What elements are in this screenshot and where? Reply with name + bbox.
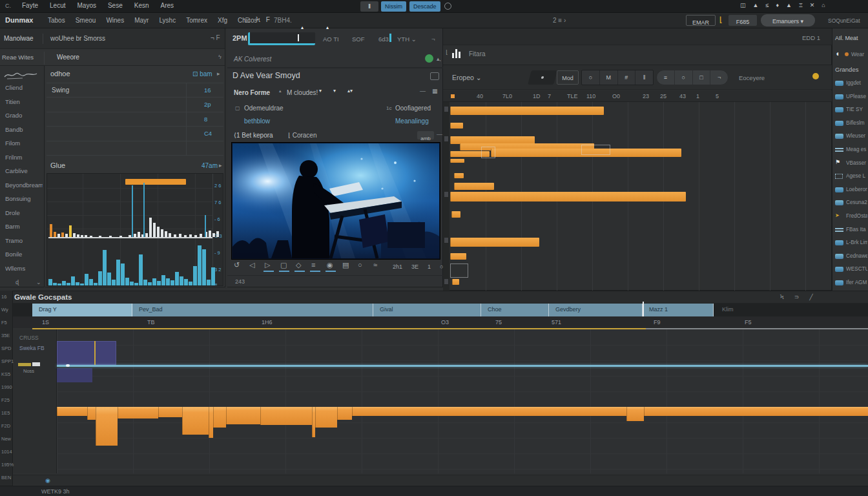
menu-item[interactable]: Sese [108,2,123,9]
toolbar-item[interactable]: Wines [106,17,124,24]
toolbar-item[interactable]: Smeou [76,17,96,24]
timeline-header-segment[interactable]: Gival [373,304,481,316]
toolbar-item[interactable]: Tomrex [186,17,207,24]
effects-item[interactable]: WESCTUI [832,264,868,276]
audio-waveform-segment[interactable] [57,407,87,416]
timeline-title-icon-button[interactable]: Ϟ [780,294,784,300]
clip-name[interactable]: Nero Forme [234,89,270,96]
segment-button[interactable]: ‖ [635,70,653,85]
audio-waveform-segment[interactable] [87,407,96,420]
audio-waveform-segment[interactable] [182,407,209,435]
media-section1-link[interactable]: ⊡ bam [192,70,212,78]
toolbar-tool-icon[interactable]: Ξ [799,2,803,8]
timeline-header-segment[interactable]: Mazz 1 [643,304,714,316]
seg-label-4[interactable]: YTH ⌄ [397,36,417,43]
segment-button[interactable]: ≡ [657,70,674,85]
transport-icon[interactable]: ≈ [373,261,377,269]
viewer-tab-a[interactable]: ⟨1 Bet kepora [234,132,273,139]
segment-button[interactable]: ○ [582,70,599,85]
mode-button[interactable]: Mod [557,70,579,85]
transport-icon[interactable]: ▷ [265,261,270,269]
toolbar-item[interactable]: Xfg [218,17,227,24]
menu-item[interactable]: Fayte [22,2,38,9]
media-section2-caret-icon[interactable]: ▸ [219,162,222,169]
sidebar-item[interactable]: Carblive [5,167,43,174]
automation-point[interactable] [66,364,70,367]
toolbar-mid-icons[interactable]: 2 ≡ › [553,17,566,24]
toolbar-tool-icon[interactable]: ≤ [765,2,769,8]
segment-button[interactable]: # [617,70,636,85]
audio-waveform-segment[interactable] [213,407,226,428]
prop-left-1[interactable]: Odemeuldrae [244,105,284,112]
tab-monolwae[interactable]: Manolwae [4,35,34,42]
group-dropdown[interactable]: Eropeo ⌄ [452,74,482,81]
toolbar-tool-icon[interactable]: ✕ [810,2,815,8]
effects-item[interactable]: Agese L [832,170,868,183]
effects-item[interactable]: Iggdet [832,78,868,90]
audio-waveform-segment[interactable] [226,407,260,424]
effects-item[interactable]: Loeberon [832,184,868,197]
audio-waveform-segment[interactable] [96,407,118,446]
audio-waveform-segment[interactable] [158,407,182,417]
gantt-bar[interactable] [450,159,464,163]
sidebar-footer-left-icon[interactable]: ɖ [16,279,19,285]
sidebar-item[interactable]: Grado [5,112,43,119]
media-section2-link[interactable]: 47am [202,162,218,169]
sidebar-item[interactable]: Beyondbream [5,181,43,189]
segment-button[interactable]: □ [692,70,710,85]
subbar-blue-icon[interactable]: ◉ [45,477,50,484]
transport-right-label[interactable]: 3E [411,264,418,270]
transport-icon[interactable]: ◇ [296,261,301,269]
effects-item[interactable]: UPlease [832,91,868,104]
effects-item[interactable]: Ifer AGM [832,277,868,290]
seg-label-1[interactable]: AO TI [323,36,339,43]
toolbar-small-icon[interactable]: Ϟ [256,16,260,23]
timeline-content[interactable]: CRUSS Sweka FB Noss [13,329,868,473]
effects-item[interactable]: L-Brk Lim [832,237,868,250]
timeline-clip-video[interactable] [57,341,116,365]
subtab-weeore[interactable]: Weeore [57,54,79,61]
timeline-title-icon-button[interactable]: ╱ [809,294,812,300]
search-box[interactable]: EMAR [686,15,716,26]
panel-menu-icon[interactable] [430,72,439,80]
record-icon[interactable] [444,3,451,10]
gantt-bar[interactable] [450,253,466,260]
prop-right-2[interactable]: Meanalingg [395,118,429,125]
transport-icon[interactable]: ▢ [280,261,287,269]
subtab-right-icon[interactable]: ϟ [218,54,222,60]
transport-icon[interactable]: ○ [358,261,362,269]
toolbar-item[interactable]: Lyshc [159,17,176,24]
transport-icon[interactable]: ↺ [234,261,240,269]
gantt-bar[interactable] [454,183,494,190]
trim-progress-bar[interactable] [248,32,315,45]
prop-left-2[interactable]: bethblow [244,118,270,125]
transport-icon[interactable]: ≡ [311,261,315,269]
timeline-header-segment[interactable]: Choe [481,304,549,316]
f685-button[interactable]: F685 [728,15,757,26]
prop-right-1[interactable]: Ooofiagered [395,105,431,112]
sidebar-item[interactable]: Titien [5,98,43,105]
timeline-clip-video-b[interactable] [57,368,92,382]
segment-button[interactable]: ¬ [710,70,728,85]
sidebar-footer-right-icon[interactable]: ⌄ [36,279,41,285]
workspace-tab-2[interactable]: Descade [409,1,440,12]
table-row-label[interactable]: Swing [52,87,69,94]
gantt-bar[interactable] [450,238,539,247]
toolbar-tool-icon[interactable]: ⌂ [822,2,825,8]
menu-item[interactable]: Ares [161,2,174,9]
sidebar-item[interactable]: Drole [5,209,43,216]
effects-item[interactable]: Wleuser [832,130,868,143]
sidebar-item[interactable]: Frilnm [5,154,43,161]
toolbar-tool-icon[interactable]: ▲ [786,2,792,8]
audio-waveform-segment[interactable] [209,407,213,438]
effects-item[interactable]: Cesuna2 [832,197,868,210]
gantt-bar[interactable] [451,211,460,218]
clip-row-icon[interactable]: ▾ [333,88,336,94]
toolbar-tool-icon[interactable]: ▲ [753,2,759,8]
transport-icon[interactable]: ◉ [327,261,333,269]
tabbar-right-icon[interactable]: ¬ F [211,34,220,41]
timeline-header-segment[interactable]: Drag Y [32,304,132,316]
audio-waveform-segment[interactable] [260,407,312,425]
effects-item[interactable]: ⚑VBasser [832,158,868,170]
status-green-icon[interactable] [425,54,433,63]
